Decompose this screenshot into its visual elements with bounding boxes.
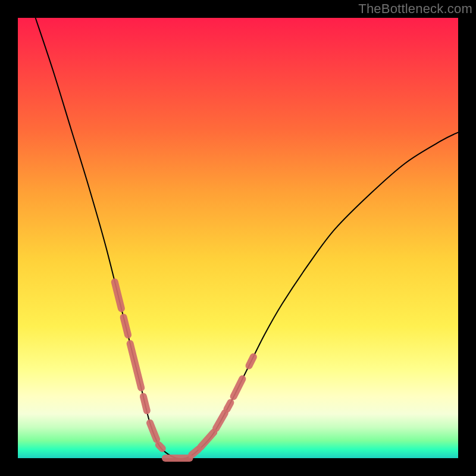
marker-bead	[249, 357, 253, 366]
marker-bead	[159, 445, 162, 449]
marker-bead	[130, 344, 142, 388]
marker-bead	[192, 449, 198, 455]
marker-bead	[143, 396, 147, 411]
curve-svg	[18, 18, 458, 458]
marker-bead	[216, 413, 225, 428]
marker-bead	[234, 379, 243, 397]
marker-bead	[227, 403, 231, 409]
marker-bead	[201, 433, 214, 447]
watermark-text: TheBottleneck.com	[358, 1, 472, 17]
chart-frame: TheBottleneck.com	[0, 0, 476, 476]
marker-bead	[124, 317, 128, 335]
marker-bead	[150, 423, 156, 440]
plot-area	[18, 18, 458, 458]
marker-bead	[115, 282, 121, 308]
marker-beads	[115, 282, 253, 458]
bottleneck-curve	[36, 18, 458, 459]
